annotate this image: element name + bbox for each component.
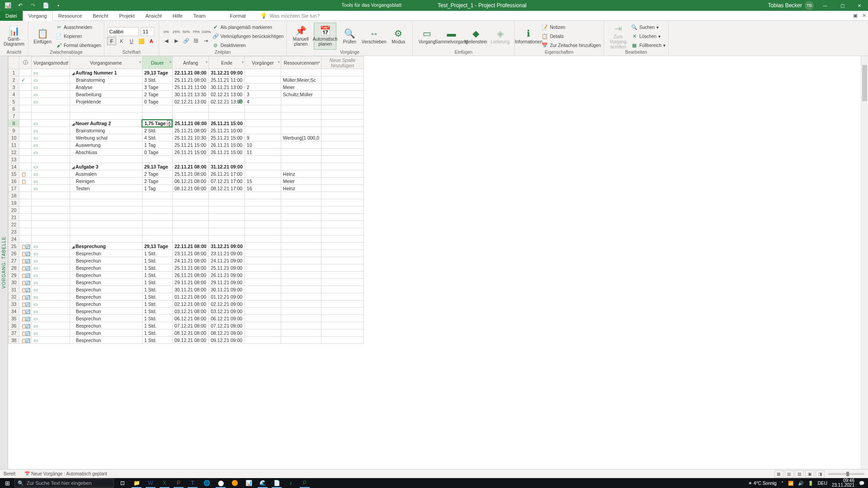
- auto-icon: 📅: [320, 26, 331, 36]
- pct0-button[interactable]: 0%: [162, 28, 171, 36]
- unlink-button[interactable]: ⛓: [192, 37, 201, 45]
- font-family-select[interactable]: [107, 27, 139, 36]
- tab-project[interactable]: Projekt: [114, 11, 140, 21]
- tell-me-search[interactable]: 💡 Was möchten Sie tun?: [251, 13, 320, 19]
- document-title: Test_Project_1 - Project Professional: [438, 2, 527, 9]
- app-icon[interactable]: 📊: [2, 0, 14, 10]
- gantt-chart-button[interactable]: 📊Gantt- Diagramm: [3, 23, 25, 50]
- mode-button[interactable]: ⚙Modus: [387, 23, 410, 50]
- fill-button[interactable]: ▦Füllbereich ▾: [631, 41, 665, 49]
- mark-on-track-button[interactable]: ✔Als plangemäß markieren: [212, 23, 284, 31]
- details-button[interactable]: 📋Details: [542, 32, 601, 40]
- pct50-button[interactable]: 50%: [182, 28, 191, 36]
- add-to-timeline-button[interactable]: 📅Zur Zeitachse hinzufügen: [542, 41, 601, 49]
- gantt-icon: 📊: [9, 26, 20, 36]
- pct75-button[interactable]: 75%: [192, 28, 201, 36]
- delete-button[interactable]: ✕Löschen ▾: [631, 32, 665, 40]
- user-name[interactable]: Tobias Becker: [768, 2, 802, 9]
- outdent-button[interactable]: ◀: [162, 37, 171, 45]
- ribbon: 📊Gantt- Diagramm Ansicht 📋Einfügen ✂Auss…: [0, 21, 868, 56]
- tab-help[interactable]: Hilfe: [167, 11, 188, 21]
- close-ribbon-button[interactable]: ✕: [862, 13, 866, 19]
- brush-icon: 🖌: [56, 42, 62, 48]
- bulb-icon: 💡: [260, 13, 267, 19]
- title-bar: 📊 ↶ ↷ 📄 ▾ Tools für das Vorgangsblatt Te…: [0, 0, 868, 11]
- undo-button[interactable]: ↶: [14, 0, 26, 10]
- user-avatar[interactable]: TB: [805, 1, 814, 10]
- italic-button[interactable]: K: [117, 37, 126, 45]
- insert-deliverable-button[interactable]: ◈Lieferung: [489, 23, 511, 50]
- scissors-icon: ✂: [56, 24, 62, 30]
- underline-button[interactable]: U: [127, 37, 136, 45]
- tab-file[interactable]: Datei: [0, 11, 23, 21]
- indent-button[interactable]: ▶: [172, 37, 181, 45]
- move-icon: ↔: [369, 28, 378, 38]
- tab-resource[interactable]: Ressource: [53, 11, 88, 21]
- insert-summary-button[interactable]: ▬Sammelvorgang: [440, 23, 462, 50]
- pct100-button[interactable]: 100%: [202, 28, 211, 36]
- tab-format[interactable]: Format: [225, 11, 251, 21]
- pct25-button[interactable]: 25%: [172, 28, 181, 36]
- qat-dropdown[interactable]: ▾: [52, 0, 64, 10]
- find-button[interactable]: 🔍Suchen ▾: [631, 23, 665, 31]
- copy-icon: 📄: [56, 33, 62, 39]
- inspect-icon: 🔍: [344, 28, 355, 38]
- auto-schedule-button[interactable]: 📅Automatisch planen: [314, 23, 336, 50]
- copy-button[interactable]: 📄Kopieren: [56, 32, 101, 40]
- format-painter-button[interactable]: 🖌Format übertragen: [56, 41, 101, 49]
- deactivate-button[interactable]: ⊘Deaktivieren: [212, 41, 284, 49]
- ribbon-tabs: Datei Vorgang Ressource Bericht Projekt …: [0, 11, 868, 21]
- close-button[interactable]: ✕: [851, 0, 868, 11]
- cut-button[interactable]: ✂Ausschneiden: [56, 23, 101, 31]
- save-button[interactable]: 📄: [40, 0, 52, 10]
- inspect-button[interactable]: 🔍Prüfen: [338, 23, 361, 50]
- tab-team[interactable]: Team: [188, 11, 211, 21]
- redo-button[interactable]: ↷: [27, 0, 39, 10]
- move-button[interactable]: ↔Verschieben: [363, 23, 385, 50]
- paste-icon: 📋: [37, 28, 48, 38]
- information-button[interactable]: ℹInformationen: [517, 23, 540, 50]
- ribbon-display-button[interactable]: ▣: [853, 13, 858, 19]
- tab-task[interactable]: Vorgang: [23, 11, 53, 21]
- font-size-select[interactable]: [141, 27, 154, 36]
- respect-links-button[interactable]: 🔗Verknüpfungen berücksichtigen: [212, 32, 284, 40]
- task-icon: ▭: [423, 28, 431, 38]
- mode-icon: ⚙: [394, 28, 402, 38]
- font-color-button[interactable]: A: [147, 37, 156, 45]
- pin-icon: 📌: [295, 26, 307, 36]
- fill-color-button[interactable]: 🟨: [137, 37, 146, 45]
- info-icon: ℹ: [527, 28, 530, 38]
- split-button[interactable]: ⇥: [202, 37, 211, 45]
- deliverable-icon: ◈: [497, 28, 504, 38]
- summary-icon: ▬: [447, 28, 456, 38]
- link-button[interactable]: 🔗: [182, 37, 191, 45]
- insert-milestone-button[interactable]: ◆Meilenstein: [464, 23, 487, 50]
- milestone-icon: ◆: [472, 28, 479, 38]
- tab-report[interactable]: Bericht: [87, 11, 113, 21]
- maximize-button[interactable]: ▢: [834, 0, 851, 11]
- scroll-to-task-button[interactable]: ⇥Zum Vorgang scrollen: [607, 23, 629, 50]
- context-tools-label: Tools für das Vorgangsblatt: [341, 2, 401, 9]
- paste-button[interactable]: 📋Einfügen: [31, 23, 54, 50]
- bold-button[interactable]: F: [107, 37, 116, 45]
- manual-schedule-button[interactable]: 📌Manuell planen: [289, 23, 312, 50]
- tab-view[interactable]: Ansicht: [140, 11, 167, 21]
- notes-button[interactable]: 📝Notizen: [542, 23, 601, 31]
- insert-task-button[interactable]: ▭Vorgang: [415, 23, 438, 50]
- minimize-button[interactable]: —: [816, 0, 834, 11]
